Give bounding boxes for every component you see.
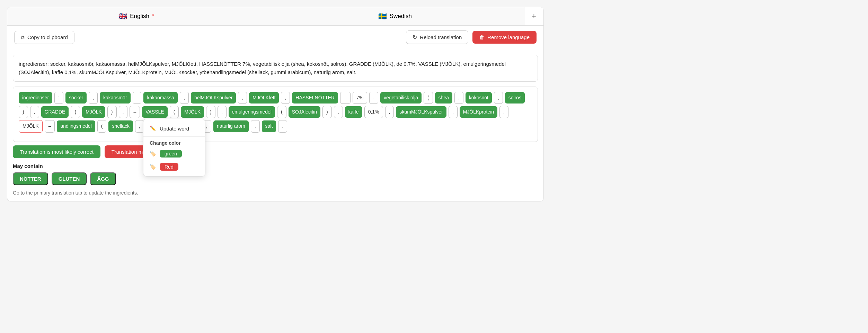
token[interactable]: : (54, 92, 63, 104)
correct-button[interactable]: Translation is most likely correct (13, 145, 100, 158)
token[interactable]: vegetabilisk olja (380, 92, 422, 104)
lang-tab-english[interactable]: 🇬🇧 English * (7, 7, 266, 25)
token[interactable]: ingredienser (19, 92, 52, 104)
pencil-icon: ✏️ (150, 125, 156, 132)
update-word-menuitem[interactable]: ✏️ Update word (143, 122, 205, 135)
token[interactable]: ) (322, 106, 332, 118)
token[interactable]: kakaomassa (143, 92, 178, 104)
ingredient-text-content: ingredienser: socker, kakaosmör, kakaoma… (19, 61, 506, 75)
color-green-option[interactable]: 🏷️ green (143, 147, 205, 160)
token[interactable]: ( (424, 92, 433, 104)
token[interactable]: ) (107, 106, 117, 118)
color-red-option[interactable]: 🏷️ Red (143, 160, 205, 173)
action-bar: ⧉ Copy to clipboard ↻ Reload translation… (7, 26, 543, 49)
trash-icon: 🗑 (479, 34, 485, 40)
token[interactable]: ( (277, 106, 286, 118)
token[interactable]: , (218, 106, 227, 118)
token[interactable]: 0,1% (364, 106, 383, 118)
allergen-tag[interactable]: GLUTEN (52, 172, 87, 185)
allergen-tag[interactable]: NÖTTER (13, 172, 48, 185)
token[interactable]: MJÖLK (181, 106, 204, 118)
swedish-flag: 🇸🇪 (378, 12, 387, 20)
token[interactable]: naturlig arom (213, 120, 249, 132)
token[interactable]: socker (65, 92, 87, 104)
reload-translation-button[interactable]: ↻ Reload translation (406, 30, 468, 44)
token[interactable]: solros (505, 92, 525, 104)
token[interactable]: , (369, 92, 378, 104)
token[interactable]: ) (206, 106, 215, 118)
token[interactable]: 7% (353, 92, 367, 104)
token[interactable]: kokosnöt (466, 92, 492, 104)
token[interactable]: SOJAlecitin (289, 106, 320, 118)
reload-icon: ↻ (413, 34, 417, 40)
token-list: ingredienser:socker,kakaosmör,kakaomassa… (19, 92, 532, 133)
token[interactable]: salt (262, 120, 276, 132)
english-asterisk: * (152, 13, 154, 19)
token[interactable]: , (385, 106, 394, 118)
token[interactable]: ( (97, 120, 107, 132)
token[interactable]: , (454, 92, 463, 104)
lang-tab-swedish[interactable]: 🇸🇪 Swedish (266, 7, 524, 25)
token[interactable]: shellack (108, 120, 133, 132)
update-word-label: Update word (160, 126, 189, 132)
token[interactable]: GRÄDDE (41, 106, 69, 118)
token[interactable]: , (449, 106, 458, 118)
token[interactable]: VASSLE (142, 106, 167, 118)
token[interactable]: , (133, 92, 142, 104)
remove-language-button[interactable]: 🗑 Remove language (472, 31, 537, 44)
token[interactable]: , (499, 106, 508, 118)
token[interactable]: MJÖLK (82, 106, 105, 118)
token[interactable]: HASSELNÖTTER (292, 92, 338, 104)
add-language-button[interactable]: + (524, 7, 543, 25)
token[interactable]: ( (170, 106, 179, 118)
token[interactable]: , (89, 92, 98, 104)
token[interactable]: , (281, 92, 290, 104)
token[interactable]: emulgeringsmedel (229, 106, 275, 118)
may-contain-title: May contain (13, 163, 538, 169)
token[interactable]: MJÖLKprotein (460, 106, 497, 118)
token[interactable]: andlingsmedel (57, 120, 95, 132)
token[interactable]: – (130, 106, 140, 118)
status-bar: Translation is most likely correct Trans… (13, 145, 538, 158)
token[interactable]: , (494, 92, 503, 104)
clipboard-icon: ⧉ (21, 34, 25, 40)
allergen-tags: NÖTTERGLUTENÄGG (13, 172, 538, 185)
token[interactable]: helMJÖLKspulver (191, 92, 236, 104)
allergen-tag[interactable]: ÄGG (90, 172, 116, 185)
ingredient-text-display: ingredienser: socker, kakaosmör, kakaoma… (13, 55, 538, 82)
copy-label: Copy to clipboard (27, 34, 68, 40)
token-area: ingredienser:socker,kakaosmör,kakaomassa… (13, 87, 538, 142)
tag-red-icon: 🏷️ (150, 164, 156, 170)
token[interactable]: , (238, 92, 247, 104)
token[interactable]: , (334, 106, 343, 118)
green-label: green (160, 150, 182, 158)
token[interactable]: shea (435, 92, 452, 104)
token[interactable]: ) (19, 106, 28, 118)
may-contain-section: May contain NÖTTERGLUTENÄGG (13, 163, 538, 185)
token[interactable]: , (119, 106, 128, 118)
token[interactable]: – (45, 120, 55, 132)
red-label: Red (160, 163, 178, 171)
token[interactable]: MJÖLKfett (249, 92, 279, 104)
token[interactable]: ( (71, 106, 80, 118)
token[interactable]: . (278, 120, 287, 132)
english-flag: 🇬🇧 (118, 12, 127, 20)
token[interactable]: kakaosmör (100, 92, 130, 104)
main-container: 🇬🇧 English * 🇸🇪 Swedish + ⧉ Copy to clip… (7, 7, 544, 201)
remove-label: Remove language (487, 34, 530, 40)
context-menu: ✏️ Update word Change color 🏷️ green 🏷️ … (143, 119, 205, 177)
token[interactable]: – (340, 92, 351, 104)
token[interactable]: , (180, 92, 189, 104)
change-color-section: Change color (143, 138, 205, 147)
swedish-label: Swedish (390, 13, 412, 20)
footer-note: Go to the primary translation tab to upd… (13, 190, 538, 196)
english-label: English (130, 13, 149, 20)
token[interactable]: , (251, 120, 260, 132)
menu-divider (143, 136, 205, 137)
token[interactable]: MJÖLK (19, 120, 43, 132)
token[interactable]: kaffe (345, 106, 362, 118)
token[interactable]: , (30, 106, 39, 118)
copy-clipboard-button[interactable]: ⧉ Copy to clipboard (14, 31, 74, 44)
token[interactable]: skumMJÖLKspulver (396, 106, 446, 118)
lang-header: 🇬🇧 English * 🇸🇪 Swedish + (7, 7, 543, 26)
